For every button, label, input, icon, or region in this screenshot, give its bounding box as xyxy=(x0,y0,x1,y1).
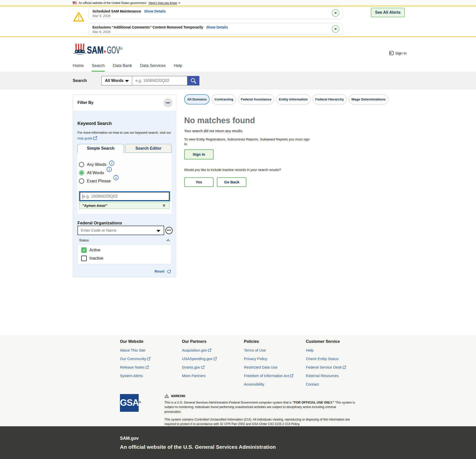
svg-text:i: i xyxy=(109,168,110,171)
svg-text:i: i xyxy=(111,161,112,165)
svg-text:R: R xyxy=(120,48,122,50)
svg-text:SAM: SAM xyxy=(87,44,103,55)
svg-text:i: i xyxy=(115,176,116,180)
svg-text:GOV: GOV xyxy=(107,44,120,55)
